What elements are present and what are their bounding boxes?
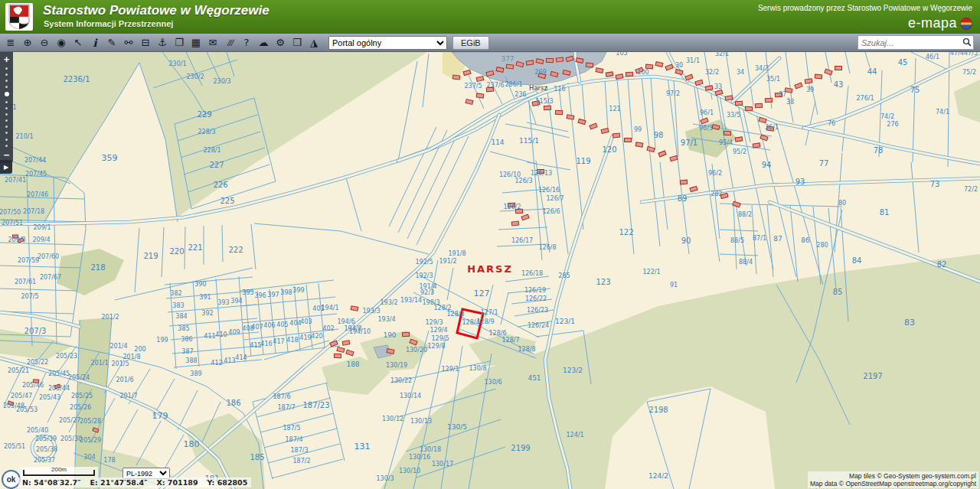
zoom-out-button[interactable]: ⊖	[36, 34, 53, 51]
parcel-number: 207/44	[24, 157, 46, 164]
zoom-level-dot[interactable]	[5, 126, 8, 128]
zoom-in-icon: ⊕	[24, 37, 32, 48]
zoom-level-dot[interactable]	[5, 80, 8, 82]
link-button[interactable]: ⚯	[120, 34, 137, 51]
parcel-number: 87/1	[753, 235, 766, 242]
parcel-number: 403	[300, 318, 312, 325]
map-canvas[interactable]: 2236/1230/1230/2230/3229228/3228/1227226…	[0, 52, 980, 489]
building	[596, 68, 603, 73]
parcel-number: 130/16	[409, 454, 430, 461]
zoom-level-dot[interactable]	[5, 145, 8, 147]
info-button[interactable]: i	[87, 34, 103, 51]
parcel-number: 129/1	[441, 366, 459, 373]
select-area-button[interactable]: ◉	[53, 34, 70, 51]
parcel-number: 98	[654, 131, 664, 139]
zoom-level-dot[interactable]	[5, 119, 8, 122]
zoom-level-slider[interactable]	[5, 65, 9, 148]
parcel-number: 88/5	[730, 237, 744, 244]
parcel-number: 393	[217, 299, 229, 306]
parcel-number: 126/19	[524, 287, 546, 294]
cart-button[interactable]: ❒	[289, 34, 305, 51]
parcel-number: 383	[172, 302, 184, 309]
north-arrow-button[interactable]: ◮	[305, 34, 322, 51]
service-note: Serwis prowadzony przez Starostwo Powiat…	[758, 4, 972, 12]
cloud-services-icon: ☁	[259, 37, 269, 48]
parcel-number: 237/6	[486, 82, 504, 89]
parcel-number: 226	[213, 181, 227, 189]
parcel-number: 404	[289, 320, 301, 327]
parcel-number: 44	[867, 67, 877, 76]
app-header: Starostwo Powiatowe w Węgorzewie System …	[0, 0, 980, 34]
draw-button[interactable]: ✎	[103, 34, 120, 51]
egib-button[interactable]: EGiB	[452, 36, 489, 50]
parcel-number: 205/23	[56, 353, 77, 360]
map-svg[interactable]: 2236/1230/1230/2230/3229228/3228/1227226…	[0, 52, 980, 489]
cloud-services-button[interactable]: ☁	[255, 34, 272, 51]
parcel-number: 33	[714, 83, 722, 90]
parcel-number: 90	[681, 236, 691, 245]
parcel-number: 205/43	[39, 394, 60, 401]
parcel-number: 237/5	[464, 83, 482, 90]
zoom-level-dot[interactable]	[5, 113, 8, 116]
zoom-in-button[interactable]: +	[0, 53, 13, 65]
zoom-in-button[interactable]: ⊕	[19, 34, 36, 51]
parcel-number: 39	[806, 86, 814, 93]
building	[526, 60, 534, 65]
layers-button[interactable]: ≣	[2, 34, 19, 51]
comment-button[interactable]: ✉	[204, 34, 221, 51]
parcel-number: 229	[197, 110, 211, 119]
parcel-number: 115/1	[519, 137, 539, 145]
parcel-number: 126/17	[511, 237, 533, 244]
zoom-level-dot[interactable]	[5, 101, 8, 103]
link-icon: ⚯	[125, 37, 133, 48]
building	[765, 98, 772, 102]
search-input[interactable]	[858, 38, 961, 47]
parcel-number: 227	[209, 161, 224, 169]
parcel-number: 126/18	[521, 270, 543, 277]
parcel-number: 127/1	[480, 309, 498, 316]
building	[835, 67, 842, 70]
measure-icon: ///	[227, 38, 232, 47]
zoom-level-dot[interactable]	[5, 67, 8, 70]
parcel-number: 205/29	[80, 437, 101, 444]
parcel-number: 72/2	[964, 186, 978, 193]
parcel-number: 126/7	[546, 195, 564, 202]
parcel-number: 126/2	[503, 204, 521, 210]
parcel-number: 228/3	[198, 129, 215, 135]
search-icon[interactable]	[961, 36, 973, 50]
emapa-logo[interactable]: e-mapa	[908, 15, 972, 31]
pointer-button[interactable]: ↖	[70, 34, 87, 51]
parcel-number: 130/20	[406, 347, 427, 354]
parcel-number: 188	[346, 360, 359, 368]
parcel-number: 205/53	[16, 406, 38, 413]
page-title: Starostwo Powiatowe w Węgorzewie	[43, 3, 270, 18]
measure-button[interactable]: ///	[221, 34, 238, 51]
parcel-number: 131	[354, 442, 371, 452]
parcel-number: 399	[292, 287, 304, 294]
zoom-level-dot[interactable]	[5, 92, 9, 96]
copy-view-button[interactable]: ❐	[171, 34, 188, 51]
building	[387, 349, 394, 354]
parcel-number: 220	[169, 247, 184, 256]
parcel-number: 74/1	[936, 109, 949, 116]
zoom-level-dot[interactable]	[5, 139, 8, 141]
parcel-number: 32/2	[705, 69, 719, 76]
help-button[interactable]: ?	[238, 34, 255, 51]
anchor-button[interactable]: ⚓	[154, 34, 171, 51]
panels-button[interactable]: ▦	[188, 34, 204, 51]
zoom-level-dot[interactable]	[5, 86, 8, 88]
portal-select[interactable]: Portal ogólny	[328, 36, 447, 50]
parcel-number: 207/50	[0, 209, 21, 216]
map-attribution: Map tiles © Geo-System geo-system.com.pl…	[808, 471, 978, 488]
parcel-number: 180	[184, 439, 200, 449]
zoom-level-dot[interactable]	[5, 132, 8, 134]
parcel-number: 115/3	[535, 98, 553, 105]
print-button[interactable]: ⊟	[137, 34, 154, 51]
parcel-number: 130/3	[376, 475, 394, 482]
parcel-number: 207/3	[24, 327, 47, 335]
print-icon: ⊟	[142, 37, 150, 48]
settings-button[interactable]: ⚙	[272, 34, 289, 51]
zoom-level-dot[interactable]	[5, 107, 8, 109]
expand-panel-button[interactable]: ▶	[0, 160, 12, 174]
zoom-level-dot[interactable]	[5, 73, 8, 76]
